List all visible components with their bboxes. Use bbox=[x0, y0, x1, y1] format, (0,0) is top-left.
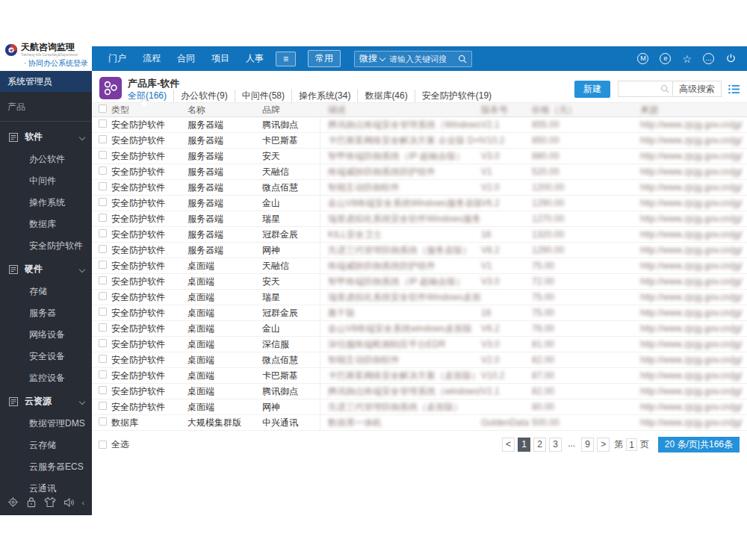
nav-hr[interactable]: 人事 bbox=[246, 52, 264, 65]
row-checkbox[interactable] bbox=[99, 386, 107, 394]
sidebar-item[interactable]: 网络设备 bbox=[0, 324, 92, 346]
cell-source-link[interactable]: http://www.zjcjg.gov.cn/jg/ bbox=[640, 323, 747, 334]
cell-source-link[interactable]: http://www.zjcjg.gov.cn/jg/ bbox=[640, 355, 747, 365]
cell-source-link[interactable]: http://www.zjcjg.gov.cn/jg/ bbox=[640, 119, 747, 130]
table-row[interactable]: 安全防护软件 服务器端 天融信 终端威胁防御系统防护组件 V1 520.00 h… bbox=[92, 164, 747, 180]
message-m-icon[interactable]: M bbox=[637, 53, 648, 64]
row-checkbox[interactable] bbox=[99, 402, 107, 410]
speaker-volume-icon[interactable] bbox=[63, 497, 75, 508]
global-search-input[interactable] bbox=[389, 55, 458, 63]
row-checkbox[interactable] bbox=[99, 167, 107, 175]
table-row[interactable]: 安全防护软件 桌面端 卡巴斯基 卡巴斯基网络安全解决方案（桌面版）+ KES V… bbox=[92, 368, 747, 384]
page-button-9[interactable]: 9 bbox=[581, 438, 594, 452]
sidebar-item[interactable]: 云服务器ECS bbox=[0, 456, 92, 478]
cell-source-link[interactable]: http://www.zjcjg.gov.cn/jg/ bbox=[640, 151, 747, 161]
new-button[interactable]: 新建 bbox=[574, 81, 610, 98]
row-checkbox[interactable] bbox=[99, 214, 107, 222]
row-checkbox[interactable] bbox=[99, 355, 107, 363]
table-row[interactable]: 安全防护软件 服务器端 腾讯御点 腾讯御点终端安全管理系统（Windows版） … bbox=[92, 117, 747, 133]
sidebar-item[interactable]: 云存储 bbox=[0, 435, 92, 456]
collapse-chevron-icon[interactable]: ‹ bbox=[81, 498, 84, 507]
page-button-2[interactable]: 2 bbox=[533, 438, 546, 452]
table-row[interactable]: 安全防护软件 服务器端 卡巴斯基 卡巴斯基网络安全解决方案 企业版 D+H V1… bbox=[92, 133, 747, 149]
sidebar-item[interactable]: 操作系统 bbox=[0, 192, 92, 214]
row-checkbox[interactable] bbox=[99, 276, 107, 284]
sidebar-group-hardware[interactable]: 硬件 bbox=[0, 257, 92, 281]
cell-source-link[interactable]: http://www.zjcjg.gov.cn/jg/ bbox=[640, 214, 747, 224]
table-row[interactable]: 安全防护软件 服务器端 安天 智甲终端防御系统（IP·超融合版） V3.0 88… bbox=[92, 149, 747, 164]
cell-source-link[interactable]: http://www.zjcjg.gov.cn/jg/ bbox=[640, 292, 747, 302]
theme-shirt-icon[interactable] bbox=[44, 497, 56, 508]
page-button-1[interactable]: 1 bbox=[518, 438, 530, 452]
advanced-search-button[interactable]: 高级搜索 bbox=[672, 81, 721, 96]
cell-source-link[interactable]: http://www.zjcjg.gov.cn/jg/ bbox=[640, 402, 747, 412]
table-row[interactable]: 安全防护软件 桌面端 冠群金辰 墨干版 16 75.00 http://www.… bbox=[92, 305, 747, 321]
sidebar-item[interactable]: 安全设备 bbox=[0, 346, 92, 367]
row-checkbox[interactable] bbox=[99, 198, 107, 206]
tab-database[interactable]: 数据库(46) bbox=[357, 90, 414, 102]
table-row[interactable]: 安全防护软件 桌面端 金山 金山V8终端安全系统windows桌面版 V6.2 … bbox=[92, 321, 747, 337]
table-row[interactable]: 安全防护软件 桌面端 瑞星 瑞星虚拟化系统安全软件Windows桌面版 75.0… bbox=[92, 290, 747, 305]
table-row[interactable]: 安全防护软件 服务器端 金山 金山V8终端安全系统Windows服务器版 V6.… bbox=[92, 196, 747, 211]
tab-os[interactable]: 操作系统(34) bbox=[291, 90, 357, 102]
cell-source-link[interactable]: http://www.zjcjg.gov.cn/jg/ bbox=[640, 339, 747, 349]
sidebar-group-software[interactable]: 软件 bbox=[0, 125, 92, 149]
cell-source-link[interactable]: http://www.zjcjg.gov.cn/jg/ bbox=[640, 308, 747, 318]
page-next-button[interactable]: > bbox=[597, 438, 610, 452]
row-checkbox[interactable] bbox=[99, 261, 107, 269]
table-row[interactable]: 安全防护软件 服务器端 网神 先进三代管理防御系统（服务器版） V8.2 129… bbox=[92, 243, 747, 258]
row-checkbox[interactable] bbox=[99, 151, 107, 159]
table-row[interactable]: 安全防护软件 桌面端 深信服 深信服终端检测响应平台EDR V3.0 81.00… bbox=[92, 337, 747, 352]
cell-source-link[interactable]: http://www.zjcjg.gov.cn/jg/ bbox=[640, 276, 747, 287]
table-row[interactable]: 数据库 大规模集群版 中兴通讯 数据库一体机 GoldenData s... 5… bbox=[92, 415, 747, 431]
nav-portal[interactable]: 门户 bbox=[108, 52, 126, 65]
row-checkbox[interactable] bbox=[99, 370, 107, 379]
row-checkbox[interactable] bbox=[99, 135, 107, 143]
search-icon[interactable] bbox=[660, 84, 669, 93]
cell-source-link[interactable]: http://www.zjcjg.gov.cn/jg/ bbox=[640, 229, 747, 240]
power-logout-icon[interactable] bbox=[725, 53, 737, 64]
sidebar-group-cloud[interactable]: 云资源 bbox=[0, 389, 92, 413]
table-row[interactable]: 安全防护软件 桌面端 腾讯御点 腾讯御点终端安全管理系统（windows版）/ … bbox=[92, 384, 747, 399]
cell-source-link[interactable]: http://www.zjcjg.gov.cn/jg/ bbox=[640, 245, 747, 255]
cell-source-link[interactable]: http://www.zjcjg.gov.cn/jg/ bbox=[640, 182, 747, 193]
row-checkbox[interactable] bbox=[99, 417, 107, 426]
page-prev-button[interactable]: < bbox=[502, 438, 515, 452]
sidebar-item[interactable]: 安全防护软件 bbox=[0, 235, 92, 257]
cell-source-link[interactable]: http://www.zjcjg.gov.cn/jg/ bbox=[640, 135, 747, 146]
search-icon[interactable] bbox=[458, 55, 467, 63]
cell-source-link[interactable]: http://www.zjcjg.gov.cn/jg/ bbox=[640, 386, 747, 396]
table-row[interactable]: 安全防护软件 桌面端 天融信 终端威胁防御系统防护组件 V1 75.00 htt… bbox=[92, 258, 747, 274]
tab-security-software[interactable]: 安全防护软件(19) bbox=[415, 90, 498, 102]
table-row[interactable]: 安全防护软件 桌面端 微点佰慧 智能主动防御软件 V2.0 82.00 http… bbox=[92, 352, 747, 368]
cell-source-link[interactable]: http://www.zjcjg.gov.cn/jg/ bbox=[640, 198, 747, 208]
table-row[interactable]: 安全防护软件 服务器端 微点佰慧 智能主动防御软件 V2.0 1200.00 h… bbox=[92, 180, 747, 196]
row-checkbox[interactable] bbox=[99, 182, 107, 190]
row-checkbox[interactable] bbox=[99, 308, 107, 316]
nav-project[interactable]: 项目 bbox=[211, 52, 229, 65]
page-size-summary-badge[interactable]: 20 条/页|共166条 bbox=[658, 437, 740, 452]
select-all-checkbox[interactable] bbox=[99, 441, 107, 449]
table-row[interactable]: 安全防护软件 服务器端 冠群金辰 KILL安全卫士 16 1320.00 htt… bbox=[92, 227, 747, 243]
nav-contract[interactable]: 合同 bbox=[177, 52, 195, 65]
sidebar-section-product[interactable]: 产品 bbox=[0, 92, 92, 122]
sidebar-item[interactable]: 数据管理DMS bbox=[0, 413, 92, 435]
sidebar-item[interactable]: 数据库 bbox=[0, 214, 92, 235]
cell-source-link[interactable]: http://www.zjcjg.gov.cn/jg/ bbox=[640, 370, 747, 381]
favorites-star-icon[interactable]: ☆ bbox=[682, 54, 692, 64]
row-checkbox[interactable] bbox=[99, 339, 107, 347]
nav-frequently-used[interactable]: 常用 bbox=[308, 50, 341, 67]
lock-icon[interactable] bbox=[26, 497, 37, 508]
row-checkbox[interactable] bbox=[99, 119, 107, 128]
table-row[interactable]: 安全防护软件 服务器端 瑞星 瑞星虚拟化系统安全软件Windows服务器版 12… bbox=[92, 211, 747, 227]
row-checkbox[interactable] bbox=[99, 323, 107, 332]
sidebar-item[interactable]: 办公软件 bbox=[0, 149, 92, 170]
tab-all[interactable]: 全部(166) bbox=[126, 90, 173, 102]
sidebar-item[interactable]: 中间件 bbox=[0, 170, 92, 192]
search-scope-dropdown[interactable]: 微搜 bbox=[359, 52, 377, 65]
cell-source-link[interactable]: http://www.zjcjg.gov.cn/jg/ bbox=[640, 417, 747, 428]
table-search-input[interactable] bbox=[619, 81, 657, 96]
list-view-icon[interactable] bbox=[728, 84, 740, 94]
page-button-3[interactable]: 3 bbox=[549, 438, 562, 452]
row-checkbox[interactable] bbox=[99, 245, 107, 253]
